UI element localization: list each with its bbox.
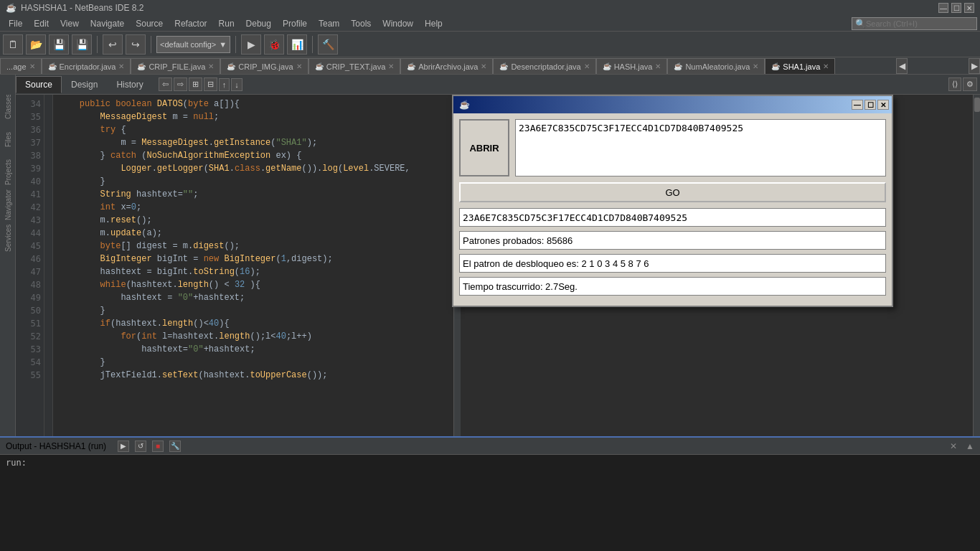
menu-team[interactable]: Team bbox=[313, 17, 345, 30]
editor-toolbar-btn1[interactable]: ⇦ bbox=[159, 77, 172, 91]
menu-refactor[interactable]: Refactor bbox=[169, 17, 212, 30]
output-close-button[interactable]: ✕ bbox=[950, 441, 957, 451]
line-numbers: 34353637 38394041 42434445 46474849 5051… bbox=[16, 95, 44, 436]
java-icon: ☕ bbox=[499, 62, 508, 70]
editor-settings-btn[interactable]: ⚙ bbox=[963, 77, 977, 91]
menu-help[interactable]: Help bbox=[419, 17, 448, 30]
title-bar-left: ☕ HASHSHA1 - NetBeans IDE 8.2 bbox=[6, 3, 143, 13]
tab-close-icon[interactable]: ✕ bbox=[208, 62, 214, 70]
output-play-btn[interactable]: ▶ bbox=[118, 441, 129, 452]
menu-profile[interactable]: Profile bbox=[277, 17, 313, 30]
editor-toolbar-btn4[interactable]: ⊟ bbox=[204, 77, 217, 91]
tab-label: Encriptador.java bbox=[60, 62, 116, 71]
redo-button[interactable]: ↪ bbox=[126, 34, 146, 55]
java-icon: ☕ bbox=[407, 62, 415, 70]
run-project-button[interactable]: ▶ bbox=[241, 34, 261, 55]
java-dialog-titlebar: ☕ — ☐ ✕ bbox=[453, 96, 892, 113]
title-bar-controls: — ☐ ✕ bbox=[938, 3, 974, 13]
tab-label: AbrirArchivo.java bbox=[418, 62, 478, 71]
output-wrench-btn[interactable]: 🔧 bbox=[169, 441, 181, 452]
tab-label: CRIP_TEXT.java bbox=[326, 62, 386, 71]
menu-edit[interactable]: Edit bbox=[28, 17, 55, 30]
output-expand-icon[interactable]: ▲ bbox=[966, 441, 974, 451]
patron-desbloqueo-field: El patron de desbloqueo es: 2 1 0 3 4 5 … bbox=[459, 254, 886, 273]
minimize-button[interactable]: — bbox=[938, 3, 948, 13]
undo-button[interactable]: ↩ bbox=[103, 34, 123, 55]
editor-toggle-btn[interactable]: ⟨⟩ bbox=[948, 77, 961, 91]
debug-project-button[interactable]: 🐞 bbox=[264, 34, 284, 55]
tab-encriptador[interactable]: ☕ Encriptador.java ✕ bbox=[42, 58, 131, 74]
tab-design[interactable]: Design bbox=[62, 76, 107, 93]
menu-window[interactable]: Window bbox=[377, 17, 419, 30]
abrir-button[interactable]: ABRIR bbox=[459, 119, 509, 176]
tab-desencriptador[interactable]: ☕ Desencriptador.java ✕ bbox=[493, 58, 595, 74]
sidebar-navigator-icon[interactable]: Navigator bbox=[0, 197, 17, 214]
tab-hash[interactable]: ☕ HASH.java ✕ bbox=[596, 58, 668, 74]
separator1 bbox=[97, 36, 98, 53]
tab-num-aleatorio[interactable]: ☕ NumAleatorio.java ✕ bbox=[667, 58, 765, 74]
separator2 bbox=[151, 36, 151, 53]
close-button[interactable]: ✕ bbox=[964, 3, 974, 13]
sidebar-classes-icon[interactable]: Classes bbox=[0, 98, 17, 115]
profile-project-button[interactable]: 📊 bbox=[287, 34, 307, 55]
sidebar-projects-icon[interactable]: Projects bbox=[0, 164, 17, 181]
dialog-close-button[interactable]: ✕ bbox=[877, 100, 889, 110]
menu-source[interactable]: Source bbox=[130, 17, 169, 30]
editor-toolbar-btn5[interactable]: ↑ bbox=[219, 78, 230, 91]
menu-debug[interactable]: Debug bbox=[240, 17, 277, 30]
editor-toolbar-btn6[interactable]: ↓ bbox=[231, 78, 242, 91]
output-stop-btn[interactable]: ■ bbox=[152, 441, 164, 452]
tab-label: Desencriptador.java bbox=[511, 62, 580, 71]
result-hash-field: 23A6E7C835CD75C3F17ECC4D1CD7D840B7409525 bbox=[459, 208, 886, 227]
menu-file[interactable]: File bbox=[3, 17, 28, 30]
editor-toolbar-btn3[interactable]: ⊞ bbox=[189, 77, 202, 91]
search-input[interactable] bbox=[866, 19, 974, 28]
sidebar-files-icon[interactable]: Files bbox=[0, 131, 17, 148]
menu-bar: File Edit View Navigate Source Refactor … bbox=[0, 16, 980, 32]
tab-close-icon[interactable]: ✕ bbox=[584, 62, 590, 70]
new-project-button[interactable]: 🗒 bbox=[3, 34, 23, 55]
menu-run[interactable]: Run bbox=[213, 17, 240, 30]
build-button[interactable]: 🔨 bbox=[318, 34, 338, 55]
java-icon: ☕ bbox=[315, 62, 324, 70]
code-editor[interactable]: public boolean DATOS(byte a[]){ MessageD… bbox=[53, 95, 453, 436]
open-project-button[interactable]: 📂 bbox=[26, 34, 46, 55]
tab-close-icon[interactable]: ✕ bbox=[388, 62, 394, 70]
tab-scroll-left[interactable]: ◀ bbox=[896, 58, 908, 74]
java-icon: ☕ bbox=[48, 62, 57, 70]
tab-close-icon[interactable]: ✕ bbox=[29, 62, 35, 70]
tab-close-icon[interactable]: ✕ bbox=[655, 62, 661, 70]
save-button[interactable]: 💾 bbox=[49, 34, 69, 55]
tab-scroll-right[interactable]: ▶ bbox=[969, 58, 980, 74]
tab-close-icon[interactable]: ✕ bbox=[823, 62, 829, 70]
menu-tools[interactable]: Tools bbox=[345, 17, 377, 30]
java-icon: ☕ bbox=[137, 62, 146, 70]
tab-close-icon[interactable]: ✕ bbox=[753, 62, 758, 70]
config-dropdown[interactable]: <default config> ▼ bbox=[156, 36, 230, 53]
tab-close-icon[interactable]: ✕ bbox=[481, 62, 486, 70]
menu-search-box[interactable]: 🔍 bbox=[852, 17, 977, 30]
java-icon: ☕ bbox=[227, 62, 235, 70]
tab-close-icon[interactable]: ✕ bbox=[296, 62, 302, 70]
dialog-restore-button[interactable]: ☐ bbox=[864, 100, 876, 110]
dialog-minimize-button[interactable]: — bbox=[852, 100, 863, 110]
tab-label: ...age bbox=[6, 62, 27, 71]
output-rerun-btn[interactable]: ↺ bbox=[135, 441, 146, 452]
menu-navigate[interactable]: Navigate bbox=[85, 17, 130, 30]
menu-view[interactable]: View bbox=[55, 17, 85, 30]
tab-source[interactable]: Source bbox=[16, 76, 62, 93]
tab-history[interactable]: History bbox=[107, 76, 152, 93]
tab-crip-img[interactable]: ☕ CRIP_IMG.java ✕ bbox=[220, 58, 308, 74]
editor-toolbar-btn2[interactable]: ⇨ bbox=[174, 77, 187, 91]
tab-age[interactable]: ...age ✕ bbox=[0, 58, 42, 74]
sidebar-services-icon[interactable]: Services bbox=[0, 230, 17, 247]
tab-abrir-archivo[interactable]: ☕ AbrirArchivo.java ✕ bbox=[400, 58, 493, 74]
save-all-button[interactable]: 💾 bbox=[72, 34, 92, 55]
maximize-button[interactable]: ☐ bbox=[951, 3, 961, 13]
tab-close-icon[interactable]: ✕ bbox=[118, 62, 124, 70]
tab-crip-file[interactable]: ☕ CRIP_FILE.java ✕ bbox=[131, 58, 220, 74]
tab-sha1[interactable]: ☕ SHA1.java ✕ bbox=[765, 58, 835, 74]
go-button[interactable]: GO bbox=[459, 182, 886, 202]
tab-crip-text[interactable]: ☕ CRIP_TEXT.java ✕ bbox=[308, 58, 401, 74]
java-dialog-body: ABRIR 23A6E7C835CD75C3F17ECC4D1CD7D840B7… bbox=[453, 113, 892, 306]
